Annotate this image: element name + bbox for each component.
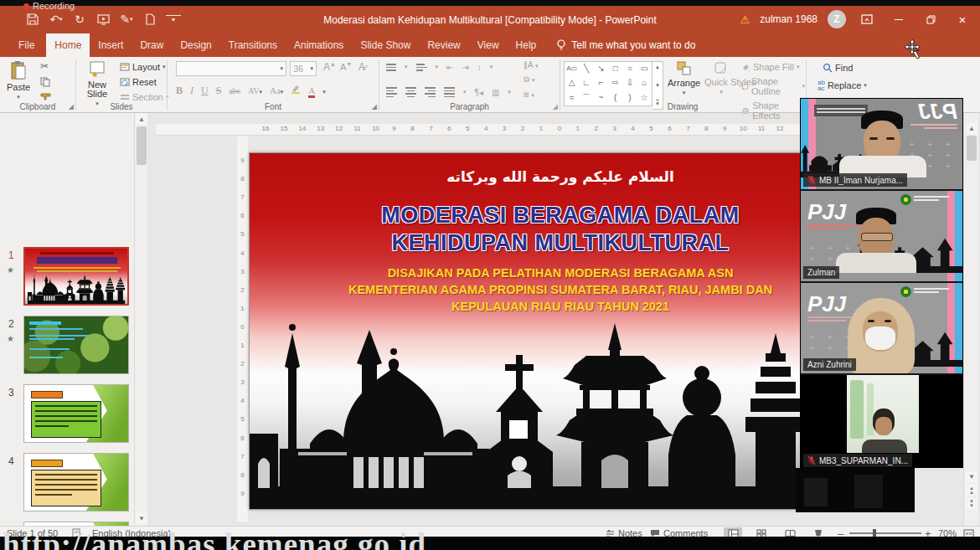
numbering-icon[interactable] — [416, 62, 427, 73]
underline-button[interactable]: U — [201, 85, 209, 97]
tab-draw[interactable]: Draw — [132, 33, 172, 57]
scroll-up-icon[interactable]: ▲ — [136, 114, 147, 125]
slide-canvas[interactable]: السلام عليكم ورحمة الله وبركاته MODERASI… — [249, 152, 872, 510]
tab-view[interactable]: View — [469, 33, 508, 57]
tab-slide-show[interactable]: Slide Show — [352, 33, 419, 57]
arrange-button[interactable]: Arrange▾ — [668, 61, 700, 96]
strikethrough-button[interactable]: S — [216, 85, 222, 97]
tab-home[interactable]: Home — [46, 33, 90, 57]
shape-elbow-icon[interactable]: ∟ — [579, 76, 593, 90]
undo-icon[interactable]: ↶▾ — [49, 12, 64, 27]
scroll-thumb[interactable] — [137, 126, 147, 165]
slide-thumbnail-1[interactable] — [23, 247, 129, 306]
clipboard-dialog-launcher-icon[interactable]: ◢ — [69, 103, 74, 111]
restore-button[interactable] — [920, 10, 941, 28]
columns-icon[interactable]: ▥ — [492, 88, 499, 97]
thumbnail-scrollbar[interactable]: ▲ ▼ — [134, 113, 147, 526]
section-button[interactable]: Section▾ — [120, 92, 168, 102]
gallery-down-icon[interactable]: ▾ — [656, 82, 659, 89]
text-direction-icon[interactable]: ¶◂ — [475, 88, 483, 97]
grow-font-icon[interactable]: A▲ — [323, 61, 336, 73]
ink-icon[interactable]: ✎▾ — [119, 12, 134, 27]
minimize-button[interactable] — [888, 10, 910, 28]
scroll-down-icon[interactable]: ▼ — [136, 513, 147, 524]
decrease-indent-icon[interactable]: ⇤ — [446, 63, 453, 72]
align-left-icon[interactable] — [386, 85, 397, 99]
next-slide-button[interactable]: ▼▼ — [966, 498, 977, 509]
reset-button[interactable]: Reset — [120, 77, 157, 87]
new-file-icon[interactable] — [142, 12, 157, 27]
slide-thumbnail-2[interactable] — [23, 316, 129, 374]
clear-formatting-icon[interactable]: A̷ — [358, 61, 365, 73]
shape-fill-button[interactable]: Shape Fill▾ — [741, 62, 805, 72]
scroll-up-icon[interactable]: ▲ — [966, 123, 977, 134]
tab-file[interactable]: File — [7, 33, 46, 57]
main-scrollbar[interactable]: ▲ ▼ ▲▲ ▼▼ — [963, 113, 978, 526]
align-center-icon[interactable] — [405, 85, 416, 99]
shape-rectangle-icon[interactable]: □ — [608, 62, 622, 76]
video-conference-panel[interactable]: PJJ + + ++ + ++ + + MB II_Iman Nurjama..… — [800, 98, 963, 468]
quick-styles-button[interactable]: Quick Styles▾ — [704, 61, 738, 95]
smartart-button[interactable]: ⧈ ▾ — [524, 90, 538, 100]
line-spacing-icon[interactable]: ↕ — [477, 63, 482, 72]
italic-button[interactable]: I — [190, 85, 193, 97]
zoom-slider-track[interactable] — [849, 532, 921, 534]
repeat-icon[interactable]: ↻ — [72, 12, 87, 27]
shape-triangle-icon[interactable]: △ — [565, 76, 579, 90]
video-tile-3[interactable]: PJJ + + ++ + + Azni Zuhrini — [801, 283, 962, 375]
slide-thumbnail-4[interactable] — [23, 453, 129, 511]
tab-review[interactable]: Review — [419, 33, 468, 57]
scroll-thumb[interactable] — [967, 136, 977, 161]
shape-outline-button[interactable]: Shape Outline▾ — [741, 76, 805, 96]
video-tile-2[interactable]: PJJ + + ++ + + Zulman — [801, 191, 962, 283]
previous-slide-button[interactable]: ▲▲ — [966, 485, 977, 496]
video-tile-4[interactable]: MB3_SUPARMAN_IN... — [801, 375, 962, 467]
align-right-icon[interactable] — [425, 85, 436, 99]
vertical-ruler[interactable]: 9876543210123456789 — [237, 136, 248, 522]
find-button[interactable]: Find — [823, 63, 853, 73]
account-name[interactable]: zulman 1968 — [760, 13, 818, 25]
justify-icon[interactable] — [444, 85, 455, 99]
shadow-button[interactable]: abc — [229, 86, 240, 95]
highlight-color-icon[interactable] — [291, 82, 301, 97]
save-icon[interactable] — [25, 12, 40, 27]
paragraph-dialog-launcher-icon[interactable]: ◢ — [553, 103, 558, 111]
close-button[interactable]: × — [952, 10, 973, 28]
shape-pentagon-icon[interactable]: ⌂ — [637, 76, 652, 90]
bold-button[interactable]: B — [176, 85, 183, 97]
align-text-button[interactable]: ⧉ ▾ — [524, 75, 538, 85]
shape-arrow-icon[interactable]: ↘ — [594, 62, 608, 76]
ribbon-display-options-icon[interactable] — [856, 10, 878, 28]
shape-textbox-icon[interactable]: A▭ — [565, 62, 579, 76]
new-slide-button[interactable]: New Slide▾ — [80, 60, 115, 107]
font-color-button[interactable]: A — [308, 85, 315, 98]
qat-customize-icon[interactable]: ▾ — [166, 15, 181, 24]
character-spacing-button[interactable]: AV▾ — [248, 86, 262, 95]
tab-help[interactable]: Help — [508, 33, 545, 57]
shrink-font-icon[interactable]: A▼ — [340, 61, 352, 72]
shape-right-arrow-icon[interactable]: ⇨ — [608, 76, 622, 90]
font-color-dropdown-icon[interactable]: ▾ — [322, 89, 326, 95]
font-dialog-launcher-icon[interactable]: ◢ — [372, 103, 377, 111]
tab-design[interactable]: Design — [172, 33, 219, 57]
shape-down-arrow-icon[interactable]: ⇩ — [622, 76, 637, 90]
warning-icon[interactable]: ⚠ — [740, 13, 750, 26]
video-tile-1[interactable]: PJJ + + ++ + ++ + + MB II_Iman Nurjama..… — [801, 99, 962, 191]
shape-elbow-arrow-icon[interactable]: ⌐ — [594, 76, 608, 90]
tell-me-box[interactable]: Tell me what you want to do — [556, 33, 695, 57]
tab-transitions[interactable]: Transitions — [220, 33, 286, 57]
increase-indent-icon[interactable]: ⇥ — [462, 63, 468, 72]
shape-oval-icon[interactable]: ○ — [622, 62, 637, 76]
layout-button[interactable]: Layout▾ — [120, 62, 166, 72]
font-name-combo[interactable]: ▾ — [176, 61, 286, 76]
scroll-down-icon[interactable]: ▼ — [966, 471, 977, 482]
paste-button[interactable]: Paste▾ — [7, 60, 30, 100]
start-from-beginning-icon[interactable] — [95, 12, 111, 27]
tab-animations[interactable]: Animations — [286, 33, 352, 57]
shape-line-icon[interactable]: ╲ — [579, 62, 593, 76]
slide-thumbnail-3[interactable] — [23, 384, 129, 443]
bullets-icon[interactable] — [386, 62, 396, 73]
tab-insert[interactable]: Insert — [90, 33, 132, 57]
font-size-combo[interactable]: 36▾ — [290, 61, 317, 76]
shape-rounded-rect-icon[interactable]: ▭ — [637, 62, 652, 76]
